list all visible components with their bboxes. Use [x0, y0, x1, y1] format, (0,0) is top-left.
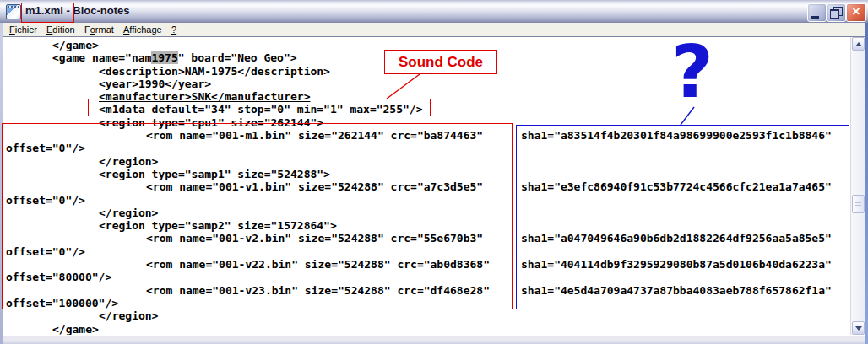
menu-edition[interactable]: Edition — [46, 24, 75, 35]
sha1-value: sha1="4e5d4a709a4737a87bba4083aeb788f657… — [521, 284, 832, 297]
code-line: <year>1990</year> — [6, 78, 850, 90]
sha1-value: sha1="404114db9f3295929080b87a5d0106b40d… — [521, 258, 832, 271]
code-line: <rom name="001-v1.bin" size="524288" crc… — [6, 180, 850, 193]
notepad-icon — [6, 4, 21, 19]
window-title: m1.xml - Bloc-notes — [25, 4, 130, 17]
minimize-icon — [811, 16, 819, 19]
window-title-file: m1.xml — [25, 4, 63, 17]
code-line: </game> — [6, 39, 850, 51]
arrow-up-icon — [855, 42, 862, 46]
close-icon: × — [847, 4, 865, 21]
code-line: offset="0"/> — [6, 142, 850, 154]
code-line: <region type="samp2" size="1572864"> — [6, 219, 850, 232]
scrollbar-thumb[interactable] — [852, 195, 865, 213]
code-line: <rom name="001-v22.bin" size="524288" cr… — [6, 258, 850, 271]
code-line: </region> — [6, 155, 850, 168]
code-line: <manufacturer>SNK</manufacturer> — [6, 90, 850, 103]
selected-text: 1975 — [151, 51, 177, 64]
code-line: </region> — [6, 309, 850, 322]
code-line: offset="0"/> — [6, 245, 850, 258]
menu-affichage[interactable]: Affichage — [123, 24, 162, 35]
code-line: <region type="cpu1" size="262144"> — [6, 116, 850, 129]
code-line: <game name="nam1975" board="Neo Geo"> — [6, 51, 850, 64]
code-line: <rom name="001-m1.bin" size="262144" crc… — [6, 129, 850, 142]
vertical-scrollbar[interactable] — [850, 37, 865, 335]
scroll-up-button[interactable] — [852, 37, 865, 51]
menu-bar: Fichier Edition Format Affichage ? — [3, 23, 865, 36]
menu-format[interactable]: Format — [84, 24, 114, 35]
code-line: offset="100000"/> — [6, 297, 850, 309]
window-title-app: - Bloc-notes — [63, 4, 130, 17]
close-button[interactable]: × — [846, 3, 866, 22]
window-border-right — [865, 23, 868, 344]
arrow-down-icon — [855, 326, 862, 331]
sha1-value: sha1="a83514f4b20301f84a98699900e2593f1c… — [521, 129, 832, 142]
menu-fichier[interactable]: Fichier — [9, 24, 37, 35]
code-line: <rom name="001-v23.bin" size="524288" cr… — [6, 284, 850, 297]
title-bar[interactable]: m1.xml - Bloc-notes × — [0, 0, 868, 24]
code-line: offset="0"/> — [6, 194, 850, 207]
text-editor[interactable]: </game> <game name="nam1975" board="Neo … — [3, 36, 865, 335]
restore-button[interactable] — [827, 3, 846, 22]
scroll-down-button[interactable] — [852, 321, 865, 335]
window-border-bottom — [3, 335, 865, 344]
notepad-window: m1.xml - Bloc-notes × Fichier Edition Fo… — [0, 0, 868, 344]
sha1-value: sha1="e3efc86940f91c53b7724c4566cfc21ea1… — [521, 180, 832, 193]
minimize-button[interactable] — [807, 3, 827, 22]
code-line: </game> — [6, 323, 850, 335]
sha1-value: sha1="a047049646a90b6db2d1882264df9256aa… — [521, 232, 832, 245]
code-line: <description>NAM-1975</description> — [6, 65, 850, 78]
code-line: <rom name="001-v2.bin" size="524288" crc… — [6, 232, 850, 245]
code-line: </region> — [6, 207, 850, 219]
menu-aide[interactable]: ? — [171, 24, 176, 35]
xml-content: </game> <game name="nam1975" board="Neo … — [3, 37, 850, 335]
code-line: offset="80000"/> — [6, 271, 850, 283]
code-line: <region type="samp1" size="524288"> — [6, 168, 850, 180]
code-line-m1data: <m1data default="34" stop="0" min="1" ma… — [6, 103, 850, 116]
